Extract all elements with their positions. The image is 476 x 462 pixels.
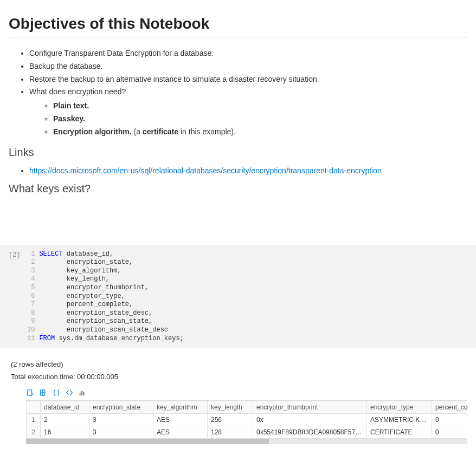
keyword: SELECT — [39, 250, 62, 258]
results-table-wrap: database_id encryption_state key_algorit… — [26, 400, 467, 439]
list-item: What does encryption need? Plain text. P… — [29, 86, 467, 138]
code-text: encryptor_thumbprint, — [39, 284, 149, 291]
code-text: key_length, — [39, 275, 110, 283]
keyword: FROM — [39, 335, 55, 342]
table-header-row: database_id encryption_state key_algorit… — [27, 401, 468, 414]
results-table[interactable]: database_id encryption_state key_algorit… — [26, 401, 467, 439]
code-text: percent_complete, — [39, 301, 133, 308]
code-text: sys.dm_database_encryption_keys; — [55, 335, 184, 342]
objectives-list: Configure Transparent Data Encryption fo… — [9, 47, 467, 139]
bold-text: certificate — [143, 127, 178, 136]
export-json-icon[interactable] — [52, 388, 61, 397]
col-header[interactable]: key_length — [208, 401, 253, 414]
cell[interactable]: 256 — [208, 414, 253, 426]
svg-rect-4 — [83, 392, 85, 395]
export-csv-icon[interactable] — [26, 388, 35, 397]
page-title: Objectives of this Notebook — [9, 15, 467, 32]
scrollbar-thumb[interactable] — [26, 439, 269, 444]
chart-icon[interactable] — [78, 388, 87, 397]
cell[interactable]: 0 — [432, 426, 468, 439]
col-header[interactable] — [27, 401, 41, 414]
execution-time: Total execution time: 00:00:00.005 — [11, 373, 467, 381]
links-heading: Links — [9, 146, 467, 159]
list-item: Backup the database. — [29, 60, 467, 73]
svg-rect-0 — [28, 390, 32, 396]
code-text: key_algorithm, — [39, 267, 121, 275]
list-item: https://docs.microsoft.com/en-us/sql/rel… — [29, 166, 467, 175]
cell[interactable]: 16 — [41, 426, 89, 439]
cell[interactable]: ASYMMETRIC KEY — [367, 414, 432, 426]
list-item-label: What does encryption need? — [29, 87, 126, 96]
line-number: 9 — [27, 317, 35, 326]
links-list: https://docs.microsoft.com/en-us/sql/rel… — [9, 166, 467, 175]
divider — [9, 37, 467, 37]
cell[interactable]: 3 — [89, 426, 153, 439]
list-item: Configure Transparent Data Encryption fo… — [29, 47, 467, 60]
line-number: 11 — [27, 335, 35, 343]
text: in this example). — [178, 127, 236, 136]
col-header[interactable]: key_algorithm — [153, 401, 208, 414]
list-item: Passkey. — [53, 113, 467, 126]
col-header[interactable]: percent_complete — [432, 401, 468, 414]
code-text: encryption_state_desc, — [39, 309, 152, 317]
spacer — [9, 203, 467, 245]
rows-affected: (2 rows affected) — [11, 360, 467, 368]
list-item: Encryption algorithm. (a certificate in … — [53, 126, 467, 139]
section-heading: What keys exist? — [9, 183, 467, 195]
cell[interactable]: 0x — [253, 414, 367, 426]
code-cell[interactable]: [2] 1 2 3 4 5 6 7 8 9 10 11 SELECT datab… — [0, 245, 476, 349]
line-number: 3 — [27, 267, 35, 276]
code-text: encryptor_type, — [39, 292, 125, 300]
bold-text: Plain text. — [53, 101, 89, 110]
table-row[interactable]: 1 2 3 AES 256 0x ASYMMETRIC KEY 0 — [27, 414, 468, 426]
execution-count: [2] — [9, 250, 27, 343]
bold-text: Encryption algorithm. — [53, 127, 132, 136]
col-header[interactable]: encryptor_thumbprint — [253, 401, 367, 414]
table-row[interactable]: 2 16 3 AES 128 0x55419F89DB83DEA098058F5… — [27, 426, 468, 439]
code-text: encryption_scan_state_desc — [39, 326, 168, 334]
cell[interactable]: AES — [153, 414, 208, 426]
doc-link[interactable]: https://docs.microsoft.com/en-us/sql/rel… — [29, 166, 382, 175]
svg-rect-3 — [81, 391, 82, 396]
line-number: 10 — [27, 326, 35, 335]
output-area: (2 rows affected) Total execution time: … — [9, 348, 467, 444]
line-number: 7 — [27, 301, 35, 309]
text: (a — [132, 127, 143, 136]
code-text: encryption_scan_state, — [39, 317, 152, 325]
results-toolbar — [9, 385, 467, 400]
horizontal-scrollbar[interactable] — [26, 439, 467, 444]
objectives-sublist: Plain text. Passkey. Encryption algorith… — [29, 100, 467, 138]
sql-code[interactable]: SELECT database_id, encryption_state, ke… — [39, 250, 183, 343]
export-excel-icon[interactable] — [39, 388, 48, 397]
notebook-page: Objectives of this Notebook Configure Tr… — [0, 0, 476, 444]
cell[interactable]: AES — [153, 426, 208, 439]
code-text: database_id, — [63, 250, 114, 258]
list-item: Restore the backup to an alternative ins… — [29, 73, 467, 86]
line-number: 6 — [27, 292, 35, 301]
cell[interactable]: 3 — [89, 414, 153, 426]
col-header[interactable]: encryption_state — [89, 401, 153, 414]
export-xml-icon[interactable] — [65, 388, 74, 397]
line-number: 1 — [27, 250, 35, 259]
line-number: 5 — [27, 284, 35, 292]
row-number: 1 — [27, 414, 41, 426]
line-number: 8 — [27, 309, 35, 318]
cell[interactable]: 0x55419F89DB83DEA098058F57E0… — [253, 426, 367, 439]
line-gutter: 1 2 3 4 5 6 7 8 9 10 11 — [27, 250, 39, 343]
svg-rect-2 — [80, 393, 81, 395]
cell[interactable]: CERTIFICATE — [367, 426, 432, 439]
row-number: 2 — [27, 426, 41, 439]
code-text: encryption_state, — [39, 258, 133, 266]
col-header[interactable]: encryptor_type — [367, 401, 432, 414]
bold-text: Passkey. — [53, 114, 85, 123]
col-header[interactable]: database_id — [41, 401, 89, 414]
line-number: 2 — [27, 258, 35, 267]
cell[interactable]: 128 — [208, 426, 253, 439]
cell[interactable]: 0 — [432, 414, 468, 426]
cell[interactable]: 2 — [41, 414, 89, 426]
line-number: 4 — [27, 275, 35, 284]
list-item: Plain text. — [53, 100, 467, 113]
